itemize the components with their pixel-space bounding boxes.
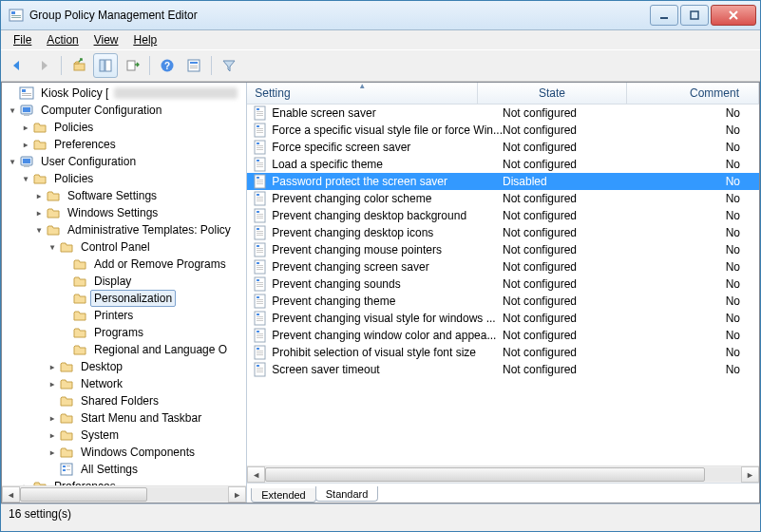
list-row[interactable]: Prevent changing screen saverNot configu… [247, 258, 759, 276]
menu-view[interactable]: View [87, 31, 125, 48]
list-row[interactable]: Prevent changing themeNot configuredNo [247, 293, 759, 310]
tree-hscrollbar[interactable]: ◄ ► [2, 485, 246, 503]
expand-toggle-icon[interactable]: ▾ [19, 173, 32, 184]
export-button[interactable] [120, 53, 144, 78]
tree-item[interactable]: ▾Administrative Templates: Policy [6, 221, 246, 238]
tree-item[interactable]: Shared Folders [6, 392, 246, 409]
tree-item[interactable]: Kiosk Policy [ [6, 85, 246, 102]
tree-item[interactable]: ▸Policies [6, 119, 246, 136]
tree-item[interactable]: ▸Software Settings [6, 187, 246, 204]
folder-icon [59, 410, 74, 426]
minimize-button[interactable] [650, 5, 678, 26]
forward-button[interactable] [31, 53, 56, 78]
list-body[interactable]: Enable screen saverNot configuredNoForce… [247, 104, 759, 466]
toolbar-separator [211, 56, 212, 75]
menu-action[interactable]: Action [40, 31, 85, 48]
tree-item[interactable]: Programs [6, 324, 246, 341]
tree-item[interactable]: ▸Desktop [6, 358, 246, 375]
tree-item[interactable]: ▾Policies [6, 170, 246, 187]
menu-help[interactable]: Help [127, 31, 164, 48]
expand-toggle-icon[interactable]: ▸ [19, 139, 32, 150]
svg-rect-52 [257, 177, 259, 179]
expand-toggle-icon[interactable]: ▾ [6, 104, 19, 116]
tree-item-label: User Configuration [37, 153, 140, 170]
column-header-setting[interactable]: Setting▲ [247, 83, 478, 104]
list-row[interactable]: Password protect the screen saverDisable… [247, 173, 759, 190]
list-row[interactable]: Screen saver timeoutNot configuredNo [247, 361, 759, 378]
tree-item[interactable]: ▾Computer Configuration [6, 102, 246, 119]
list-row[interactable]: Force a specific visual style file or fo… [247, 122, 759, 139]
expand-toggle-icon[interactable]: ▸ [46, 361, 59, 372]
column-header-state[interactable]: State [478, 83, 627, 104]
back-button[interactable] [5, 53, 29, 78]
tab-standard[interactable]: Standard [315, 486, 379, 502]
menu-file[interactable]: File [7, 31, 38, 48]
tree-item[interactable]: ▾User Configuration [6, 153, 246, 170]
tree-item[interactable]: ▾Control Panel [6, 238, 246, 256]
list-hscrollbar[interactable]: ◄ ► [247, 466, 759, 483]
tree-item[interactable]: Display [6, 273, 246, 290]
tree-item[interactable]: ▸Preferences [6, 136, 246, 153]
maximize-button[interactable] [680, 5, 709, 26]
tree-item[interactable]: ▸Windows Components [6, 444, 246, 461]
expand-toggle-icon[interactable]: ▾ [46, 241, 59, 253]
expand-toggle-icon[interactable]: ▸ [32, 190, 46, 201]
scroll-left-button[interactable]: ◄ [2, 486, 20, 503]
list-row[interactable]: Prevent changing desktop backgroundNot c… [247, 207, 759, 224]
scroll-right-button[interactable]: ► [228, 486, 246, 503]
filter-button[interactable] [217, 53, 241, 78]
list-row[interactable]: Prevent changing mouse pointersNot confi… [247, 241, 759, 258]
svg-rect-38 [257, 128, 263, 129]
list-row[interactable]: Enable screen saverNot configuredNo [247, 104, 759, 122]
scroll-thumb[interactable] [20, 487, 147, 502]
list-row[interactable]: Prevent changing soundsNot configuredNo [247, 276, 759, 293]
tree-view[interactable]: Kiosk Policy [▾Computer Configuration▸Po… [2, 83, 246, 485]
expand-toggle-icon[interactable]: ▸ [46, 378, 59, 390]
setting-icon [253, 174, 268, 189]
tree-item-label: Windows Components [77, 444, 199, 461]
titlebar[interactable]: Group Policy Management Editor [1, 1, 760, 30]
setting-icon [253, 123, 268, 138]
column-header-comment[interactable]: Comment [627, 83, 759, 104]
tree-item[interactable]: ▸Preferences [6, 478, 246, 485]
tree-item-label: Desktop [77, 358, 126, 375]
tree-item[interactable]: Add or Remove Programs [6, 256, 246, 273]
tab-extended[interactable]: Extended [251, 488, 315, 503]
expand-toggle-icon[interactable]: ▸ [46, 412, 59, 424]
list-row[interactable]: Prohibit selection of visual style font … [247, 344, 759, 361]
tree-item[interactable]: Personalization [6, 290, 246, 307]
up-button[interactable] [67, 53, 91, 78]
list-row[interactable]: Force specific screen saverNot configure… [247, 139, 759, 156]
expand-toggle-icon[interactable]: ▾ [6, 156, 19, 167]
tree-item[interactable]: ▸Network [6, 375, 246, 392]
close-button[interactable] [711, 5, 756, 26]
folder-icon [59, 445, 74, 460]
expand-toggle-icon[interactable]: ▸ [46, 429, 59, 441]
expand-toggle-icon[interactable]: ▸ [32, 207, 46, 218]
tree-item[interactable]: Printers [6, 307, 246, 324]
expand-toggle-icon[interactable]: ▾ [32, 224, 46, 236]
tree-toggle-button[interactable] [93, 53, 118, 78]
tree-item[interactable]: ▸System [6, 427, 246, 444]
help-button[interactable]: ? [155, 53, 180, 78]
tree-item[interactable]: ▸Start Menu and Taskbar [6, 409, 246, 427]
svg-rect-97 [257, 331, 259, 332]
list-row[interactable]: Load a specific themeNot configuredNo [247, 156, 759, 173]
list-row[interactable]: Prevent changing visual style for window… [247, 310, 759, 327]
list-row[interactable]: Prevent changing desktop iconsNot config… [247, 224, 759, 241]
expand-toggle-icon[interactable]: ▸ [46, 446, 59, 458]
scroll-thumb[interactable] [265, 467, 705, 482]
scroll-track[interactable] [20, 487, 228, 502]
expand-toggle-icon[interactable]: ▸ [19, 122, 32, 133]
tree-item[interactable]: All Settings [6, 461, 246, 478]
svg-rect-109 [257, 370, 263, 370]
svg-rect-85 [257, 286, 263, 287]
properties-button[interactable] [181, 53, 206, 78]
tree-item[interactable]: Regional and Language O [6, 341, 246, 358]
scroll-left-button[interactable]: ◄ [247, 466, 265, 483]
scroll-track[interactable] [265, 467, 741, 482]
list-row[interactable]: Prevent changing color schemeNot configu… [247, 190, 759, 207]
list-row[interactable]: Prevent changing window color and appea.… [247, 327, 759, 344]
tree-item[interactable]: ▸Windows Settings [6, 204, 246, 221]
scroll-right-button[interactable]: ► [741, 466, 759, 483]
